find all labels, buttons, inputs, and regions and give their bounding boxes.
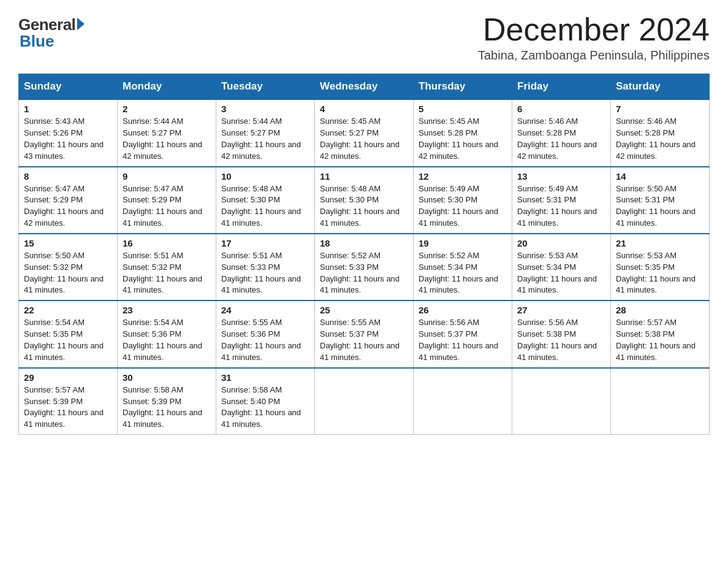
day-number: 5 <box>419 104 507 114</box>
day-number: 23 <box>123 305 211 315</box>
day-info: Sunrise: 5:49 AMSunset: 5:30 PMDaylight:… <box>419 183 507 229</box>
day-info: Sunrise: 5:47 AMSunset: 5:29 PMDaylight:… <box>123 183 211 229</box>
logo-blue-text: Blue <box>20 32 54 51</box>
calendar-cell: 11Sunrise: 5:48 AMSunset: 5:30 PMDayligh… <box>315 167 414 234</box>
calendar-cell: 22Sunrise: 5:54 AMSunset: 5:35 PMDayligh… <box>19 301 118 367</box>
calendar-cell: 16Sunrise: 5:51 AMSunset: 5:32 PMDayligh… <box>118 234 216 301</box>
calendar-cell: 18Sunrise: 5:52 AMSunset: 5:33 PMDayligh… <box>315 234 414 301</box>
day-info: Sunrise: 5:44 AMSunset: 5:27 PMDaylight:… <box>123 116 211 162</box>
calendar-cell: 4Sunrise: 5:45 AMSunset: 5:27 PMDaylight… <box>315 99 414 166</box>
day-number: 26 <box>419 305 507 315</box>
day-number: 2 <box>123 104 211 114</box>
day-number: 31 <box>221 372 309 383</box>
calendar-week-row: 1Sunrise: 5:43 AMSunset: 5:26 PMDaylight… <box>19 99 710 166</box>
calendar-cell: 19Sunrise: 5:52 AMSunset: 5:34 PMDayligh… <box>414 234 512 301</box>
day-info: Sunrise: 5:50 AMSunset: 5:32 PMDaylight:… <box>24 250 112 296</box>
calendar-cell: 31Sunrise: 5:58 AMSunset: 5:40 PMDayligh… <box>216 368 315 435</box>
day-info: Sunrise: 5:52 AMSunset: 5:33 PMDaylight:… <box>320 250 408 296</box>
day-number: 27 <box>517 305 605 315</box>
weekday-header-thursday: Thursday <box>414 74 512 100</box>
calendar-cell: 6Sunrise: 5:46 AMSunset: 5:28 PMDaylight… <box>512 99 611 166</box>
weekday-header-sunday: Sunday <box>19 74 118 100</box>
calendar-cell: 10Sunrise: 5:48 AMSunset: 5:30 PMDayligh… <box>216 167 315 234</box>
weekday-header-row: SundayMondayTuesdayWednesdayThursdayFrid… <box>19 74 710 100</box>
day-number: 30 <box>123 372 211 383</box>
day-info: Sunrise: 5:54 AMSunset: 5:35 PMDaylight:… <box>24 317 112 363</box>
calendar-cell: 13Sunrise: 5:49 AMSunset: 5:31 PMDayligh… <box>512 167 611 234</box>
calendar-cell: 12Sunrise: 5:49 AMSunset: 5:30 PMDayligh… <box>414 167 512 234</box>
calendar-cell: 21Sunrise: 5:53 AMSunset: 5:35 PMDayligh… <box>611 234 710 301</box>
calendar-table: SundayMondayTuesdayWednesdayThursdayFrid… <box>18 74 710 435</box>
day-info: Sunrise: 5:43 AMSunset: 5:26 PMDaylight:… <box>24 116 112 162</box>
day-number: 21 <box>616 238 704 248</box>
day-info: Sunrise: 5:47 AMSunset: 5:29 PMDaylight:… <box>24 183 112 229</box>
calendar-week-row: 8Sunrise: 5:47 AMSunset: 5:29 PMDaylight… <box>19 167 710 234</box>
calendar-cell: 25Sunrise: 5:55 AMSunset: 5:37 PMDayligh… <box>315 301 414 367</box>
day-number: 15 <box>24 238 112 248</box>
day-number: 18 <box>320 238 408 248</box>
day-info: Sunrise: 5:52 AMSunset: 5:34 PMDaylight:… <box>419 250 507 296</box>
day-info: Sunrise: 5:48 AMSunset: 5:30 PMDaylight:… <box>221 183 309 229</box>
calendar-cell: 7Sunrise: 5:46 AMSunset: 5:28 PMDaylight… <box>611 99 710 166</box>
logo: General Blue <box>18 12 85 51</box>
month-title: December 2024 <box>478 12 710 47</box>
day-info: Sunrise: 5:57 AMSunset: 5:39 PMDaylight:… <box>24 385 112 431</box>
calendar-cell: 5Sunrise: 5:45 AMSunset: 5:28 PMDaylight… <box>414 99 512 166</box>
day-number: 16 <box>123 238 211 248</box>
calendar-cell: 24Sunrise: 5:55 AMSunset: 5:36 PMDayligh… <box>216 301 315 367</box>
calendar-cell: 15Sunrise: 5:50 AMSunset: 5:32 PMDayligh… <box>19 234 118 301</box>
day-number: 25 <box>320 305 408 315</box>
day-number: 7 <box>616 104 704 114</box>
day-info: Sunrise: 5:53 AMSunset: 5:34 PMDaylight:… <box>517 250 605 296</box>
calendar-cell: 29Sunrise: 5:57 AMSunset: 5:39 PMDayligh… <box>19 368 118 435</box>
calendar-cell: 27Sunrise: 5:56 AMSunset: 5:38 PMDayligh… <box>512 301 611 367</box>
day-info: Sunrise: 5:51 AMSunset: 5:32 PMDaylight:… <box>123 250 211 296</box>
day-info: Sunrise: 5:44 AMSunset: 5:27 PMDaylight:… <box>221 116 309 162</box>
calendar-cell: 17Sunrise: 5:51 AMSunset: 5:33 PMDayligh… <box>216 234 315 301</box>
day-number: 29 <box>24 372 112 383</box>
calendar-cell: 26Sunrise: 5:56 AMSunset: 5:37 PMDayligh… <box>414 301 512 367</box>
day-number: 14 <box>616 171 704 182</box>
day-number: 11 <box>320 171 408 182</box>
calendar-cell: 23Sunrise: 5:54 AMSunset: 5:36 PMDayligh… <box>118 301 216 367</box>
day-info: Sunrise: 5:58 AMSunset: 5:39 PMDaylight:… <box>123 385 211 431</box>
weekday-header-friday: Friday <box>512 74 611 100</box>
calendar-cell <box>414 368 512 435</box>
location-title: Tabina, Zamboanga Peninsula, Philippines <box>478 48 710 63</box>
calendar-cell <box>512 368 611 435</box>
day-number: 3 <box>221 104 309 114</box>
day-info: Sunrise: 5:53 AMSunset: 5:35 PMDaylight:… <box>616 250 704 296</box>
calendar-cell: 28Sunrise: 5:57 AMSunset: 5:38 PMDayligh… <box>611 301 710 367</box>
day-number: 4 <box>320 104 408 114</box>
weekday-header-monday: Monday <box>118 74 216 100</box>
calendar-cell: 3Sunrise: 5:44 AMSunset: 5:27 PMDaylight… <box>216 99 315 166</box>
calendar-cell: 14Sunrise: 5:50 AMSunset: 5:31 PMDayligh… <box>611 167 710 234</box>
day-info: Sunrise: 5:50 AMSunset: 5:31 PMDaylight:… <box>616 183 704 229</box>
day-info: Sunrise: 5:55 AMSunset: 5:37 PMDaylight:… <box>320 317 408 363</box>
weekday-header-saturday: Saturday <box>611 74 710 100</box>
day-info: Sunrise: 5:46 AMSunset: 5:28 PMDaylight:… <box>616 116 704 162</box>
logo-arrow-icon <box>77 18 85 30</box>
calendar-cell: 9Sunrise: 5:47 AMSunset: 5:29 PMDaylight… <box>118 167 216 234</box>
day-info: Sunrise: 5:57 AMSunset: 5:38 PMDaylight:… <box>616 317 704 363</box>
weekday-header-wednesday: Wednesday <box>315 74 414 100</box>
day-info: Sunrise: 5:58 AMSunset: 5:40 PMDaylight:… <box>221 385 309 431</box>
calendar-week-row: 22Sunrise: 5:54 AMSunset: 5:35 PMDayligh… <box>19 301 710 367</box>
calendar-cell: 8Sunrise: 5:47 AMSunset: 5:29 PMDaylight… <box>19 167 118 234</box>
calendar-cell <box>315 368 414 435</box>
day-number: 22 <box>24 305 112 315</box>
day-number: 24 <box>221 305 309 315</box>
day-number: 8 <box>24 171 112 182</box>
day-number: 10 <box>221 171 309 182</box>
calendar-week-row: 15Sunrise: 5:50 AMSunset: 5:32 PMDayligh… <box>19 234 710 301</box>
calendar-cell <box>611 368 710 435</box>
calendar-cell: 1Sunrise: 5:43 AMSunset: 5:26 PMDaylight… <box>19 99 118 166</box>
calendar-week-row: 29Sunrise: 5:57 AMSunset: 5:39 PMDayligh… <box>19 368 710 435</box>
calendar-cell: 2Sunrise: 5:44 AMSunset: 5:27 PMDaylight… <box>118 99 216 166</box>
day-number: 28 <box>616 305 704 315</box>
day-info: Sunrise: 5:45 AMSunset: 5:28 PMDaylight:… <box>419 116 507 162</box>
day-number: 1 <box>24 104 112 114</box>
day-number: 19 <box>419 238 507 248</box>
day-number: 13 <box>517 171 605 182</box>
day-info: Sunrise: 5:48 AMSunset: 5:30 PMDaylight:… <box>320 183 408 229</box>
